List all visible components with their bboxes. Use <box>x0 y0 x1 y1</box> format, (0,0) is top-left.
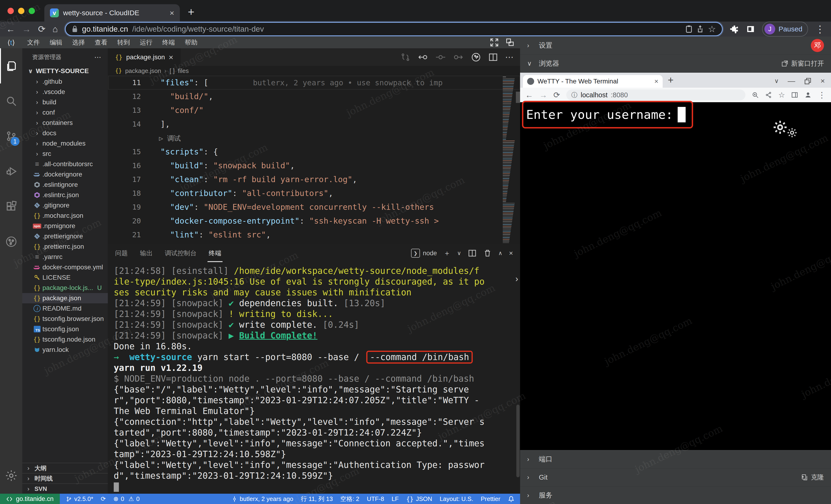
ports-section-header[interactable]: ›端口 <box>520 450 831 468</box>
tree-folder-conf[interactable]: ›conf <box>22 107 108 118</box>
minimap[interactable] <box>502 76 515 244</box>
menu-item-3[interactable]: 查看 <box>90 38 112 47</box>
problems-indicator[interactable]: ⊗0 ⚠0 <box>110 495 143 503</box>
code-line-19[interactable]: 19 "dev": "NODE_ENV=development concurre… <box>108 200 520 214</box>
close-panel-icon[interactable]: × <box>509 249 513 257</box>
panel-expand-icon[interactable]: › <box>515 274 518 284</box>
shell-selector[interactable]: ❯ node <box>411 249 437 258</box>
embedded-forward-icon[interactable]: → <box>539 90 547 100</box>
tree-file-yarn.lock[interactable]: yarn.lock <box>22 345 108 355</box>
git-blame-status[interactable]: butlerx, 2 years ago <box>228 495 297 503</box>
settings-section-header[interactable]: › 设置 邓 <box>520 36 831 55</box>
eol[interactable]: LF <box>388 495 402 503</box>
browser-section-header[interactable]: ∨ 浏览器 新窗口打开 <box>520 55 831 73</box>
tree-file-.all-contributorsrc[interactable]: ≡.all-contributorsrc <box>22 159 108 169</box>
split-terminal-icon[interactable] <box>468 249 477 258</box>
code-line-21[interactable]: 21 "lint": "eslint src", <box>108 228 520 242</box>
compare-changes-icon[interactable] <box>401 52 410 62</box>
code-line-12[interactable]: 12 "build/", <box>108 90 520 103</box>
clone-button[interactable]: 克隆 <box>801 473 824 482</box>
code-line-14[interactable]: 14 ], <box>108 117 520 131</box>
panel-tab-1[interactable]: 输出 <box>140 245 153 262</box>
settings-gear-icon[interactable] <box>0 469 22 482</box>
zoom-window-button[interactable] <box>29 8 35 14</box>
tree-folder-build[interactable]: ›build <box>22 97 108 107</box>
tree-file-.eslintrc.json[interactable]: .eslintrc.json <box>22 190 108 200</box>
editor-tab-close-icon[interactable]: × <box>169 53 173 61</box>
kill-terminal-icon[interactable] <box>483 249 492 258</box>
embedded-dropdown-icon[interactable]: ∨ <box>774 77 779 85</box>
wetty-settings-gears-icon[interactable] <box>771 119 798 139</box>
tree-file-package.json[interactable]: {}package.json <box>22 293 108 303</box>
tree-file-README.md[interactable]: iREADME.md <box>22 303 108 314</box>
code-line-13[interactable]: 13 "conf/" <box>108 103 520 117</box>
formatter[interactable]: Prettier <box>477 495 504 503</box>
extensions-icon[interactable] <box>0 189 22 224</box>
embedded-minimize-icon[interactable]: — <box>787 77 795 85</box>
zoom-in-icon[interactable] <box>751 91 759 99</box>
notifications-bell-icon[interactable] <box>504 496 520 503</box>
editor-tab-package-json[interactable]: {} package.json × <box>108 48 180 66</box>
sync-icon[interactable]: ⟳ <box>97 495 110 503</box>
bookmark-star-icon[interactable]: ☆ <box>708 24 716 34</box>
tree-file-.mocharc.json[interactable]: {}.mocharc.json <box>22 210 108 221</box>
back-icon[interactable]: ← <box>6 25 15 33</box>
embedded-back-icon[interactable]: ← <box>525 90 533 100</box>
layout-icon[interactable] <box>505 38 514 47</box>
menu-item-5[interactable]: 运行 <box>135 38 157 47</box>
tree-file-.dockerignore[interactable]: .dockerignore <box>22 169 108 180</box>
tree-file-docker-compose.yml[interactable]: docker-compose.yml <box>22 262 108 272</box>
tree-file-.gitignore[interactable]: .gitignore <box>22 200 108 210</box>
profile-icon[interactable] <box>804 91 812 99</box>
language-mode[interactable]: {} JSON <box>402 495 436 503</box>
menu-item-1[interactable]: 编辑 <box>45 38 67 47</box>
share-icon[interactable] <box>697 25 704 33</box>
menu-item-6[interactable]: 终端 <box>157 38 180 47</box>
tree-file-tsconfig.node.json[interactable]: {}tsconfig.node.json <box>22 334 108 345</box>
open-changes-icon[interactable] <box>471 52 481 62</box>
tree-file-.eslintignore[interactable]: .eslintignore <box>22 180 108 190</box>
embedded-new-tab-button[interactable]: + <box>668 75 674 86</box>
fullscreen-icon[interactable] <box>490 38 499 47</box>
breadcrumb[interactable]: {} package.json › [ ] files <box>108 66 520 76</box>
sidebar-section-1[interactable]: ›时间线 <box>22 473 108 483</box>
open-new-window-button[interactable]: 新窗口打开 <box>781 59 824 68</box>
explorer-icon[interactable] <box>0 48 22 84</box>
tree-file-tsconfig.json[interactable]: TStsconfig.json <box>22 324 108 334</box>
menu-item-0[interactable]: 文件 <box>22 38 45 47</box>
previous-change-icon[interactable] <box>418 52 428 62</box>
embedded-menu-icon[interactable]: ⋮ <box>818 90 826 100</box>
side-panel-icon[interactable] <box>746 25 755 33</box>
url-bar[interactable]: go.titanide.cn /ide/web/coding/wetty-sou… <box>65 22 723 36</box>
tab-close-icon[interactable]: × <box>170 9 174 17</box>
source-control-icon[interactable]: 1 <box>0 119 22 154</box>
next-change-icon[interactable] <box>453 52 464 62</box>
tree-file-package-lock.js...[interactable]: {}package-lock.js...U <box>22 283 108 293</box>
code-line-20[interactable]: 20 "docker-compose-entrypoint": "ssh-key… <box>108 214 520 228</box>
forward-icon[interactable]: → <box>22 25 31 33</box>
keyboard-layout[interactable]: Layout: U.S. <box>436 495 477 503</box>
change-marker-icon[interactable] <box>435 52 446 62</box>
code-line-17[interactable]: 17 "clean": "rm -rf build yarn-error.log… <box>108 173 520 186</box>
tree-file-.prettierignore[interactable]: .prettierignore <box>22 231 108 241</box>
menu-item-7[interactable]: 帮助 <box>180 38 202 47</box>
tree-folder-node_modules[interactable]: ›node_modules <box>22 138 108 149</box>
browser-tab[interactable]: v wetty-source - CloudIDE × <box>44 4 180 22</box>
editor-scrollbar[interactable] <box>516 92 520 103</box>
breadcrumb-file[interactable]: package.json <box>125 67 161 75</box>
search-icon[interactable] <box>0 84 22 119</box>
terminal-dropdown-icon[interactable]: ∨ <box>457 250 461 257</box>
code-line-16[interactable]: 16 "build": "snowpack build", <box>108 159 520 173</box>
tree-folder-containers[interactable]: ›containers <box>22 118 108 128</box>
split-editor-icon[interactable] <box>488 52 498 62</box>
sidebar-section-0[interactable]: ›大纲 <box>22 463 108 473</box>
terminal-output[interactable]: [21:24:58] [esinstall] /home/ide/workspa… <box>108 262 520 494</box>
svn-icon[interactable] <box>0 224 22 259</box>
wetty-tab[interactable]: WeTTY - The Web Terminal × <box>523 75 663 88</box>
browser-menu-icon[interactable]: ⋮ <box>815 24 825 35</box>
run-debug-icon[interactable] <box>0 154 22 189</box>
reload-icon[interactable]: ⟳ <box>38 25 46 33</box>
embedded-reload-icon[interactable]: ⟳ <box>553 90 560 100</box>
home-icon[interactable]: ⌂ <box>53 25 58 33</box>
breadcrumb-node[interactable]: files <box>178 67 189 75</box>
